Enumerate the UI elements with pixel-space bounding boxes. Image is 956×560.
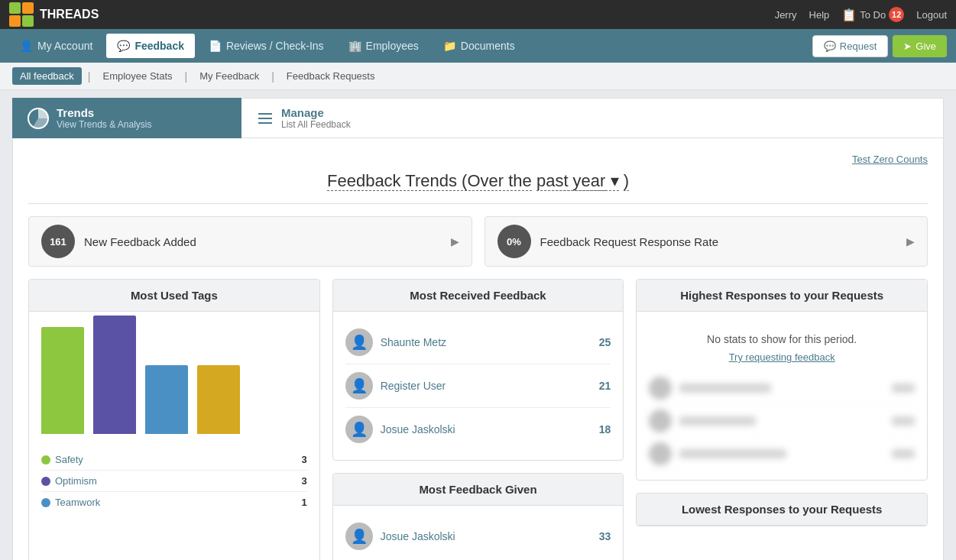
response-rate-bubble: 0%: [497, 225, 531, 258]
teamwork-count: 1: [301, 497, 306, 508]
highest-responses-body: No stats to show for this period. Try re…: [637, 312, 927, 480]
nav-my-account[interactable]: 👤 My Account: [9, 34, 103, 58]
nav-documents[interactable]: 📁 Documents: [433, 34, 526, 58]
new-feedback-arrow[interactable]: ▶: [451, 235, 459, 248]
nav-feedback[interactable]: 💬 Feedback: [106, 34, 195, 58]
bar-3: [145, 365, 188, 434]
chat-icon: 💬: [117, 40, 130, 52]
response-rate-label: Feedback Request Response Rate: [540, 235, 898, 248]
view-tabs: Trends View Trends & Analysis Manage Lis…: [12, 98, 944, 138]
subnav-my-feedback[interactable]: My Feedback: [193, 67, 265, 85]
nav-employees[interactable]: 🏢 Employees: [338, 34, 429, 58]
help-link[interactable]: Help: [809, 9, 830, 21]
highest-responses-panel: Highest Responses to your Requests No st…: [636, 279, 928, 481]
tag-item-teamwork: Teamwork 1: [41, 492, 307, 513]
blurred-content: [649, 372, 915, 471]
svg-rect-2: [258, 118, 272, 119]
top-navbar: THREADS Jerry Help 📋 To Do 12 Logout: [0, 0, 956, 29]
blur-text-3: [679, 449, 786, 458]
right-panels: Highest Responses to your Requests No st…: [636, 279, 928, 560]
manage-tab[interactable]: Manage List All Feedback: [241, 98, 944, 138]
lowest-responses-header: Lowest Responses to your Requests: [637, 494, 927, 526]
most-used-tags-panel: Most Used Tags Safety 3: [28, 279, 320, 560]
user-link[interactable]: Jerry: [775, 9, 797, 21]
bar-chart: [29, 312, 319, 434]
title-divider: [28, 203, 928, 204]
most-used-tags-header: Most Used Tags: [29, 280, 319, 312]
svg-rect-1: [258, 113, 272, 115]
blur-avatar-2: [649, 409, 672, 432]
blur-avatar-1: [649, 377, 672, 400]
test-zero-link[interactable]: Test Zero Counts: [28, 154, 928, 165]
sub-navbar: All feedback | Employee Stats | My Feedb…: [0, 63, 956, 90]
count-josue-r: 18: [599, 423, 611, 435]
trends-tab[interactable]: Trends View Trends & Analysis: [12, 98, 241, 138]
bar-2: [93, 316, 136, 434]
received-item-1: 👤 Shaunte Metz 25: [345, 321, 611, 364]
stat-response-rate: 0% Feedback Request Response Rate ▶: [484, 216, 928, 267]
logo: THREADS: [9, 2, 99, 27]
try-requesting-link[interactable]: Try requesting feedback: [649, 351, 915, 363]
most-given-panel: Most Feedback Given 👤 Josue Jaskolski 33: [332, 473, 624, 560]
nav-reviews[interactable]: 📄 Reviews / Check-Ins: [198, 34, 335, 58]
todo-badge[interactable]: 📋 To Do 12: [841, 7, 904, 22]
nav-documents-label: Documents: [461, 40, 515, 52]
received-item-3: 👤 Josue Jaskolski 18: [345, 408, 611, 451]
blur-num-2: [892, 416, 915, 426]
received-item-2: 👤 Register User 21: [345, 364, 611, 408]
teamwork-name[interactable]: Teamwork: [55, 497, 100, 508]
request-icon: 💬: [824, 40, 836, 52]
blur-num-3: [892, 449, 915, 458]
give-label: Give: [915, 40, 936, 52]
safety-dot: [41, 455, 50, 465]
subnav-all-feedback[interactable]: All feedback: [12, 67, 82, 85]
nav-my-account-label: My Account: [37, 40, 92, 52]
blurred-row-2: [649, 405, 915, 438]
optimism-name[interactable]: Optimism: [55, 475, 97, 487]
page-title-suffix: ): [624, 171, 629, 191]
document-icon: 📄: [209, 40, 222, 52]
blur-avatar-3: [649, 442, 672, 465]
middle-panels: Most Received Feedback 👤 Shaunte Metz 25…: [332, 279, 624, 560]
name-josue-r[interactable]: Josue Jaskolski: [381, 423, 591, 435]
org-icon: 🏢: [348, 40, 361, 52]
todo-count: 12: [889, 7, 904, 22]
new-feedback-label: New Feedback Added: [84, 235, 442, 248]
nav-employees-label: Employees: [366, 40, 419, 52]
blur-text-2: [679, 416, 756, 426]
most-received-list: 👤 Shaunte Metz 25 👤 Register User 21 👤 J…: [333, 312, 624, 460]
name-josue-g[interactable]: Josue Jaskolski: [381, 530, 591, 542]
avatar-josue-g: 👤: [345, 523, 373, 550]
give-icon: ➤: [903, 40, 912, 52]
avatar-josue-r: 👤: [345, 416, 373, 443]
subnav-feedback-requests[interactable]: Feedback Requests: [280, 67, 381, 85]
page-title: Feedback Trends (Over the past year ▾ ): [28, 171, 928, 191]
most-given-header: Most Feedback Given: [333, 474, 624, 506]
subnav-employee-stats[interactable]: Employee Stats: [96, 67, 178, 85]
teamwork-dot: [41, 498, 50, 507]
given-item-1: 👤 Josue Jaskolski 33: [345, 515, 611, 558]
blurred-row-1: [649, 372, 915, 405]
tag-item-safety: Safety 3: [41, 449, 307, 471]
tags-list: Safety 3 Optimism 3 Teamwork: [29, 440, 319, 522]
panels-grid: Most Used Tags Safety 3: [28, 279, 928, 560]
nav-feedback-label: Feedback: [134, 40, 184, 52]
response-rate-arrow[interactable]: ▶: [906, 235, 915, 248]
logo-icon: [9, 2, 34, 27]
sep-3: |: [271, 70, 274, 83]
avatar-register: 👤: [345, 372, 373, 400]
action-buttons: 💬 Request ➤ Give: [812, 35, 947, 57]
tag-item-optimism: Optimism 3: [41, 471, 307, 492]
optimism-dot: [41, 477, 50, 486]
safety-name[interactable]: Safety: [55, 454, 83, 465]
request-button[interactable]: 💬 Request: [812, 35, 888, 57]
name-register[interactable]: Register User: [381, 380, 591, 392]
trends-tab-subtitle: View Trends & Analysis: [57, 119, 152, 130]
most-received-panel: Most Received Feedback 👤 Shaunte Metz 25…: [332, 279, 624, 461]
logout-link[interactable]: Logout: [916, 9, 947, 21]
folder-icon: 📁: [443, 40, 456, 52]
give-button[interactable]: ➤ Give: [893, 35, 947, 57]
nav-reviews-label: Reviews / Check-Ins: [226, 40, 324, 52]
list-icon: [257, 110, 274, 127]
name-shaunte[interactable]: Shaunte Metz: [381, 336, 591, 348]
